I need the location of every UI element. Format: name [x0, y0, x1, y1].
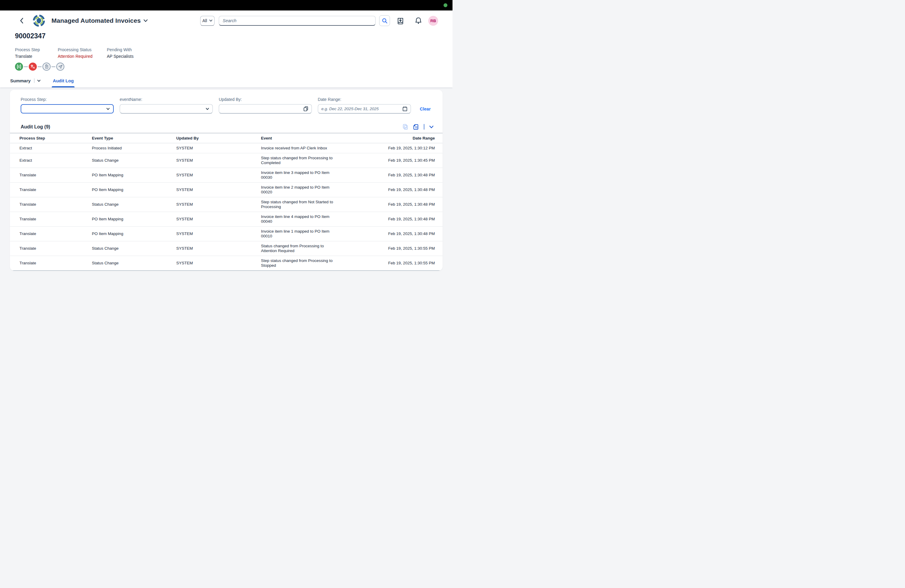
cell-updated-by: SYSTEM	[176, 183, 261, 197]
translate-icon: A	[30, 64, 35, 69]
copy-rows-button[interactable]	[403, 124, 408, 130]
filter-bar: Process Step: eventName: Updated By:	[10, 90, 443, 121]
table-row: TranslatePO Item MappingSYSTEMInvoice it…	[10, 168, 443, 183]
cell-updated-by: SYSTEM	[176, 153, 261, 168]
date-range-field	[318, 104, 411, 113]
chevron-down-icon	[106, 108, 110, 110]
attribute-processing-status: Processing Status Attention Required	[58, 47, 92, 59]
send-step-node[interactable]	[56, 63, 64, 71]
table-title: Audit Log (9)	[21, 124, 50, 130]
cell-process-step: Translate	[10, 168, 92, 183]
updated-by-input[interactable]	[222, 106, 301, 111]
cell-process-step: Translate	[10, 227, 92, 241]
filter-event-name: eventName:	[120, 97, 213, 113]
clear-filters-button[interactable]: Clear	[420, 106, 431, 111]
cell-event-type: PO Item Mapping	[92, 183, 176, 197]
bell-icon	[415, 17, 422, 24]
cell-event: Step status changed from Processing to S…	[261, 256, 378, 271]
attribute-value: Translate	[15, 54, 43, 59]
app-title-menu[interactable]: Managed Automated Invoices	[51, 17, 148, 24]
verify-step-node[interactable]	[43, 63, 51, 71]
filter-label: Date Range:	[318, 97, 411, 102]
chevron-down-icon[interactable]	[37, 79, 41, 82]
table-row: TranslatePO Item MappingSYSTEMInvoice it…	[10, 183, 443, 197]
recording-status-dot	[443, 3, 448, 7]
cell-event-type: PO Item Mapping	[92, 227, 176, 241]
filter-process-step: Process Step:	[21, 97, 114, 113]
cell-date-range: Feb 19, 2025, 1:30:48 PM	[378, 197, 443, 212]
event-name-select[interactable]	[120, 104, 213, 113]
column-header-updated-by[interactable]: Updated By	[176, 133, 261, 143]
cell-event: Step status changed from Processing to C…	[261, 153, 378, 168]
column-header-event[interactable]: Event	[261, 133, 378, 143]
process-flow: A	[15, 63, 452, 71]
object-attributes: Process Step Translate Processing Status…	[15, 47, 452, 59]
page-title: 90002347	[15, 32, 452, 40]
table-toolbar: Audit Log (9)	[10, 121, 443, 133]
date-range-input[interactable]	[321, 106, 400, 111]
cell-event: Invoice item line 2 mapped to PO Item 00…	[261, 183, 378, 197]
attribute-value: AP Specialists	[107, 54, 135, 59]
inbox-download-button[interactable]	[397, 17, 404, 24]
translate-step-node[interactable]: A	[29, 63, 37, 71]
cell-updated-by: SYSTEM	[176, 227, 261, 241]
cell-updated-by: SYSTEM	[176, 256, 261, 271]
table-row: TranslatePO Item MappingSYSTEMInvoice it…	[10, 227, 443, 241]
paper-plane-icon	[58, 65, 62, 69]
table-row: TranslateStatus ChangeSYSTEMStep status …	[10, 197, 443, 212]
search-button[interactable]	[379, 15, 390, 26]
table-header-row: Process Step Event Type Updated By Event…	[10, 133, 443, 143]
cell-process-step: Translate	[10, 256, 92, 271]
column-header-event-type[interactable]: Event Type	[92, 133, 176, 143]
cell-event-type: Status Change	[92, 256, 176, 271]
chevron-down-icon	[143, 19, 148, 22]
chevron-down-icon	[209, 19, 213, 22]
user-avatar[interactable]: RB	[428, 16, 438, 26]
filter-updated-by: Updated By:	[219, 97, 312, 113]
calendar-icon[interactable]	[403, 106, 407, 111]
shell-bar: Managed Automated Invoices All	[0, 13, 452, 29]
filter-label: Updated By:	[219, 97, 312, 102]
table-row: TranslateStatus ChangeSYSTEMStatus chang…	[10, 241, 443, 256]
tab-summary[interactable]: Summary	[10, 78, 41, 87]
cell-event-type: Process Initiated	[92, 143, 176, 153]
cell-process-step: Extract	[10, 153, 92, 168]
search-input[interactable]	[223, 18, 372, 23]
search-field-wrap	[219, 16, 376, 26]
column-header-date-range[interactable]: Date Range	[378, 133, 443, 143]
attribute-label: Pending With	[107, 47, 135, 52]
cell-process-step: Translate	[10, 241, 92, 256]
svg-text:A: A	[33, 66, 35, 69]
export-table-icon	[413, 124, 419, 130]
table-row: ExtractStatus ChangeSYSTEMStep status ch…	[10, 153, 443, 168]
process-step-select[interactable]	[21, 104, 114, 113]
back-button[interactable]	[17, 16, 26, 25]
attribute-label: Process Step	[15, 47, 43, 52]
table-row: ExtractProcess InitiatedSYSTEMInvoice re…	[10, 143, 443, 153]
cell-event: Invoice item line 1 mapped to PO Item 00…	[261, 227, 378, 241]
cell-date-range: Feb 19, 2025, 1:30:45 PM	[378, 153, 443, 168]
tab-separator	[34, 78, 35, 83]
search-scope-select[interactable]: All	[200, 16, 214, 26]
filter-label: eventName:	[120, 97, 213, 102]
flow-connector	[51, 67, 56, 67]
cell-event-type: Status Change	[92, 241, 176, 256]
export-spreadsheet-button[interactable]	[413, 124, 419, 130]
cell-process-step: Translate	[10, 183, 92, 197]
cell-date-range: Feb 19, 2025, 1:30:48 PM	[378, 212, 443, 227]
download-tray-icon	[397, 17, 404, 24]
tab-bar: Summary Audit Log	[0, 77, 452, 87]
tab-label: Summary	[10, 78, 30, 83]
status-badge: Attention Required	[58, 54, 92, 59]
cell-event: Step status changed from Not Started to …	[261, 197, 378, 212]
attribute-pending-with: Pending With AP Specialists	[107, 47, 135, 59]
column-header-process-step[interactable]: Process Step	[10, 133, 92, 143]
table-options-button[interactable]	[429, 126, 433, 129]
value-help-icon[interactable]	[303, 106, 308, 111]
notifications-button[interactable]	[415, 17, 422, 24]
filter-date-range: Date Range:	[318, 97, 411, 113]
tab-audit-log[interactable]: Audit Log	[53, 78, 74, 87]
extract-step-node[interactable]	[15, 63, 23, 71]
cell-updated-by: SYSTEM	[176, 241, 261, 256]
app-title: Managed Automated Invoices	[51, 17, 141, 24]
